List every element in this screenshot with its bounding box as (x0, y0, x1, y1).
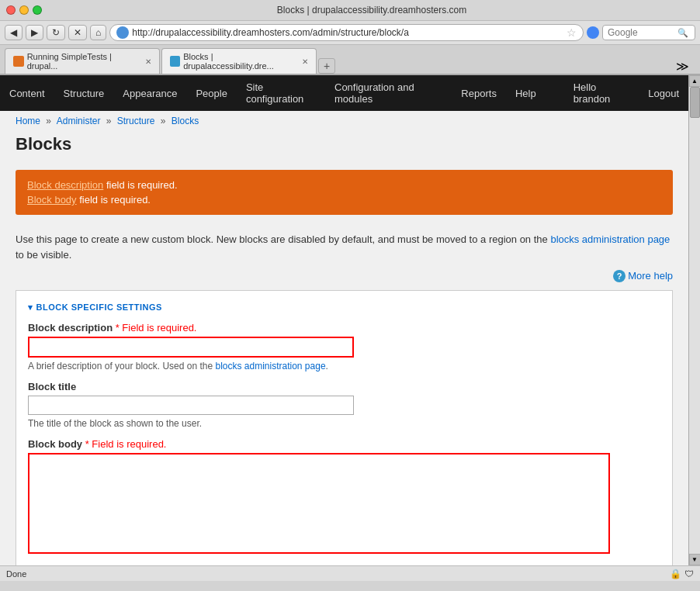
block-title-label: Block title (28, 381, 660, 392)
home-button[interactable]: ⌂ (90, 25, 106, 40)
scrollbar: ▲ ▼ (688, 75, 700, 565)
block-body-group: Block body * Field is required. (28, 438, 660, 554)
status-icon-2: 🛡 (684, 569, 694, 579)
block-description-required: * Field is required. (116, 322, 197, 334)
error-1: Block description field is required. (27, 179, 661, 191)
error-box: Block description field is required. Blo… (16, 170, 673, 215)
more-help-container: ?More help (0, 267, 688, 290)
blocks-admin-page-link[interactable]: blocks administration page (215, 361, 325, 372)
tab-simpletests[interactable]: Running SimpleTests | drupal... ✕ (5, 48, 160, 74)
error-1-link[interactable]: Block description (27, 179, 103, 191)
error-2-text: field is required. (77, 194, 151, 206)
nav-people[interactable]: People (186, 81, 236, 105)
user-greeting: Hello brandon (564, 75, 639, 111)
block-description-label: Block description * Field is required. (28, 322, 660, 334)
breadcrumb-blocks[interactable]: Blocks (172, 116, 199, 126)
stop-button[interactable]: ✕ (68, 25, 87, 40)
minimize-button[interactable] (19, 5, 29, 15)
description-text-1: Use this page to create a new custom blo… (16, 233, 548, 245)
google-icon (587, 26, 599, 39)
nav-structure[interactable]: Structure (54, 81, 114, 105)
nav-content[interactable]: Content (0, 81, 54, 105)
hint-text-1: A brief description of your block. Used … (28, 361, 213, 372)
forward-button[interactable]: ▶ (26, 25, 43, 40)
breadcrumb-home[interactable]: Home (16, 116, 40, 126)
nav-site-config[interactable]: Site configuration (237, 75, 325, 111)
logout-link[interactable]: Logout (639, 81, 688, 105)
error-2: Block body field is required. (27, 194, 661, 206)
security-icon (116, 26, 129, 39)
block-title-hint: The title of the block as shown to the u… (28, 418, 660, 429)
page-wrapper: Content Structure Appearance People Site… (0, 75, 700, 565)
blocks-admin-link[interactable]: blocks administration page (550, 233, 670, 245)
search-input[interactable] (608, 27, 677, 38)
breadcrumb-structure[interactable]: Structure (117, 116, 155, 126)
block-settings-section: ▾BLOCK SPECIFIC SETTINGS Block descripti… (16, 290, 673, 565)
error-2-link[interactable]: Block body (27, 194, 77, 206)
search-bar: 🔍 (602, 25, 695, 40)
hint-period: . (326, 361, 328, 372)
tab-label-1: Running SimpleTests | drupal... (27, 52, 142, 71)
block-title-input[interactable] (28, 396, 354, 415)
error-1-text: field is required. (103, 179, 177, 191)
nav-reports[interactable]: Reports (452, 81, 506, 105)
scroll-down-arrow[interactable]: ▼ (689, 554, 701, 565)
tab-scroll-right[interactable]: ≫ (676, 59, 695, 74)
nav-config-modules[interactable]: Configuration and modules (325, 75, 452, 111)
address-input[interactable] (132, 27, 567, 38)
help-icon: ? (613, 270, 625, 282)
back-button[interactable]: ◀ (5, 25, 23, 40)
page-description: Use this page to create a new custom blo… (0, 223, 688, 267)
breadcrumb: Home » Administer » Structure » Blocks (0, 111, 688, 131)
tab-close-1[interactable]: ✕ (145, 57, 151, 66)
status-icon-1: 🔒 (670, 569, 681, 579)
tab-favicon-1 (13, 56, 24, 67)
status-text: Done (6, 569, 26, 579)
breadcrumb-administer[interactable]: Administer (57, 116, 101, 126)
block-description-input[interactable] (28, 337, 354, 358)
block-description-label-text: Block description (28, 322, 113, 334)
breadcrumb-sep-2: » (106, 116, 112, 126)
scroll-track[interactable] (689, 87, 700, 554)
block-body-label: Block body * Field is required. (28, 438, 660, 450)
block-body-textarea[interactable] (28, 453, 610, 554)
reload-button[interactable]: ↻ (47, 25, 65, 40)
navigation-bar: ◀ ▶ ↻ ✕ ⌂ ☆ 🔍 (0, 21, 700, 45)
section-title-text: BLOCK SPECIFIC SETTINGS (36, 302, 162, 312)
tab-close-2[interactable]: ✕ (302, 57, 308, 66)
section-title: ▾BLOCK SPECIFIC SETTINGS (28, 302, 660, 313)
tab-label-2: Blocks | drupalaccessibility.dre... (183, 52, 299, 71)
more-help-text: More help (628, 270, 673, 282)
maximize-button[interactable] (33, 5, 42, 15)
page-content: Content Structure Appearance People Site… (0, 75, 688, 565)
tabs-bar: Running SimpleTests | drupal... ✕ Blocks… (0, 45, 700, 74)
tab-favicon-2 (170, 56, 180, 67)
nav-help[interactable]: Help (506, 81, 546, 105)
scroll-up-arrow[interactable]: ▲ (689, 75, 701, 87)
description-text-2: to be visible. (16, 249, 71, 261)
breadcrumb-sep-3: » (161, 116, 166, 126)
block-body-required: * Field is required. (85, 438, 167, 450)
block-description-hint: A brief description of your block. Used … (28, 361, 660, 372)
window-controls (6, 5, 42, 15)
page-title: Blocks (0, 131, 688, 162)
search-icon[interactable]: 🔍 (677, 28, 688, 38)
status-bar: Done 🔒 🛡 (0, 565, 700, 581)
add-tab-button[interactable]: + (318, 58, 335, 74)
block-title-group: Block title The title of the block as sh… (28, 381, 660, 429)
nav-appearance[interactable]: Appearance (113, 81, 186, 105)
window-title: Blocks | drupalaccessibility.dreamhoster… (50, 5, 694, 16)
block-description-group: Block description * Field is required. A… (28, 322, 660, 372)
status-icons: 🔒 🛡 (670, 569, 694, 579)
bookmark-icon[interactable]: ☆ (567, 26, 577, 39)
close-button[interactable] (6, 5, 16, 15)
scroll-thumb[interactable] (690, 87, 700, 118)
section-toggle[interactable]: ▾ (28, 302, 33, 312)
more-help-link[interactable]: ?More help (613, 270, 673, 282)
tab-blocks[interactable]: Blocks | drupalaccessibility.dre... ✕ (161, 48, 317, 74)
address-bar: ☆ (109, 24, 584, 41)
block-body-label-text: Block body (28, 438, 82, 450)
breadcrumb-sep-1: » (46, 116, 51, 126)
drupal-nav: Content Structure Appearance People Site… (0, 75, 688, 111)
